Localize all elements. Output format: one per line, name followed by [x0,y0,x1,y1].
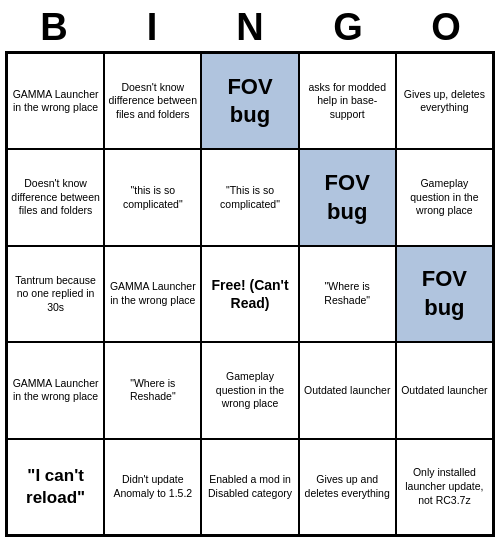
bingo-cell-r3c2: Gameplay question in the wrong place [201,342,298,438]
bingo-cell-r2c3: "Where is Reshade" [299,246,396,342]
letter-o: O [401,6,491,49]
bingo-grid: GAMMA Launcher in the wrong placeDoesn't… [5,51,495,537]
bingo-cell-r3c1: "Where is Reshade" [104,342,201,438]
bingo-cell-r4c0: "I can't reload" [7,439,104,535]
bingo-cell-r4c3: Gives up and deletes everything [299,439,396,535]
bingo-cell-r4c1: Didn't update Anomaly to 1.5.2 [104,439,201,535]
bingo-cell-r3c3: Outdated launcher [299,342,396,438]
bingo-cell-r4c2: Enabled a mod in Disabled category [201,439,298,535]
bingo-cell-r2c2: Free! (Can't Read) [201,246,298,342]
letter-i: I [107,6,197,49]
bingo-cell-r2c4: FOV bug [396,246,493,342]
bingo-cell-r0c3: asks for modded help in base-support [299,53,396,149]
bingo-cell-r1c2: "This is so complicated" [201,149,298,245]
bingo-cell-r3c0: GAMMA Launcher in the wrong place [7,342,104,438]
bingo-cell-r0c0: GAMMA Launcher in the wrong place [7,53,104,149]
bingo-cell-r2c0: Tantrum because no one replied in 30s [7,246,104,342]
bingo-cell-r0c2: FOV bug [201,53,298,149]
bingo-cell-r4c4: Only installed launcher update, not RC3.… [396,439,493,535]
bingo-cell-r3c4: Outdated launcher [396,342,493,438]
letter-n: N [205,6,295,49]
bingo-cell-r1c0: Doesn't know difference between files an… [7,149,104,245]
bingo-cell-r1c4: Gameplay question in the wrong place [396,149,493,245]
letter-g: G [303,6,393,49]
bingo-cell-r2c1: GAMMA Launcher in the wrong place [104,246,201,342]
letter-b: B [9,6,99,49]
bingo-cell-r0c1: Doesn't know difference between files an… [104,53,201,149]
bingo-cell-r1c1: "this is so complicated" [104,149,201,245]
bingo-title: B I N G O [5,6,495,49]
bingo-cell-r1c3: FOV bug [299,149,396,245]
bingo-cell-r0c4: Gives up, deletes everything [396,53,493,149]
